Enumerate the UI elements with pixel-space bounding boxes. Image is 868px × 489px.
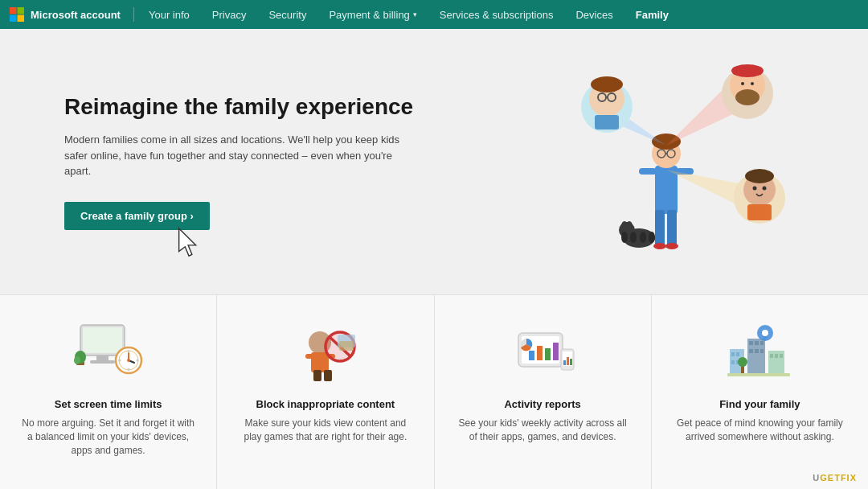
nav-item-family[interactable]: Family [624,0,680,29]
svg-rect-92 [749,341,753,345]
svg-marker-47 [179,228,196,256]
hero-title: Reimagine the family experience [64,93,413,121]
top-navigation: Microsoft account Your info Privacy Secu… [0,0,868,29]
hero-description: Modern families come in all sizes and lo… [64,132,410,179]
find-family-desc: Get peace of mind knowing your family ar… [671,417,849,444]
svg-rect-88 [736,352,739,356]
watermark: UGETFIX [813,473,857,483]
svg-rect-76 [529,351,534,360]
feature-block-content: Block inappropriate content Make sure yo… [217,295,434,489]
activity-reports-illustration [506,318,579,383]
nav-item-your-info[interactable]: Your info [137,0,201,29]
svg-rect-40 [595,115,619,129]
nav-item-services[interactable]: Services & subscriptions [428,0,565,29]
svg-point-59 [127,359,130,362]
block-content-icon-area [289,314,362,387]
svg-rect-65 [311,352,329,372]
svg-rect-49 [83,327,122,353]
svg-point-45 [753,187,757,191]
svg-rect-30 [733,67,762,75]
svg-point-20 [621,232,628,243]
brand-label: Microsoft account [31,9,121,21]
svg-point-32 [741,82,744,85]
svg-rect-11 [639,168,657,175]
svg-rect-6 [667,210,677,246]
svg-point-60 [127,351,129,353]
svg-rect-84 [567,357,569,365]
brand-logo[interactable]: Microsoft account [10,7,134,22]
svg-rect-44 [747,204,772,220]
watermark-prefix: U [813,473,820,483]
svg-rect-68 [313,370,321,381]
svg-point-61 [136,360,138,362]
create-family-group-button[interactable]: Create a family group › [64,202,210,230]
svg-rect-83 [563,360,566,365]
chevron-down-icon: ▾ [413,10,417,18]
block-content-desc: Make sure your kids view content and pla… [236,417,414,444]
nav-items-list: Your info Privacy Security Payment & bil… [137,0,680,29]
activity-reports-title: Activity reports [504,398,580,410]
svg-point-54 [74,356,80,364]
nav-item-payment[interactable]: Payment & billing ▾ [317,0,428,29]
nav-item-devices[interactable]: Devices [564,0,624,29]
screen-time-title: Set screen time limits [55,398,162,410]
find-family-illustration [723,318,796,383]
find-family-icon-area [723,314,796,387]
svg-point-8 [665,243,678,249]
svg-rect-94 [760,341,764,345]
svg-point-31 [735,89,760,105]
svg-rect-5 [655,210,665,246]
hero-content: Reimagine the family experience Modern f… [64,93,413,229]
svg-point-106 [738,357,747,367]
svg-rect-101 [780,354,783,358]
svg-point-62 [127,368,129,371]
nav-item-privacy[interactable]: Privacy [201,0,258,29]
features-section: Set screen time limits No more arguing. … [0,294,868,489]
svg-rect-85 [570,359,572,365]
svg-point-43 [745,169,774,183]
svg-rect-0 [10,7,17,14]
svg-point-36 [591,76,623,92]
svg-rect-89 [731,360,735,364]
svg-point-19 [626,221,633,231]
svg-point-103 [762,330,768,336]
svg-rect-73 [339,341,354,351]
family-illustration [547,49,804,274]
cursor-icon [175,227,204,259]
svg-rect-99 [770,354,773,358]
find-family-title: Find your family [719,398,800,410]
svg-rect-3 [18,15,25,23]
svg-point-63 [118,360,121,362]
screen-time-desc: No more arguing. Set it and forget it wi… [19,417,197,457]
family-svg [547,49,804,274]
svg-rect-100 [775,354,778,358]
svg-rect-78 [545,348,551,360]
svg-rect-95 [749,349,753,353]
svg-rect-2 [10,15,17,23]
svg-rect-96 [755,349,759,353]
svg-rect-77 [537,346,542,360]
svg-point-22 [640,232,646,243]
svg-rect-50 [96,355,108,360]
svg-rect-93 [755,341,759,345]
svg-rect-66 [305,354,313,359]
cursor-pointer [175,227,204,262]
svg-point-33 [751,82,754,85]
nav-item-security[interactable]: Security [257,0,317,29]
svg-rect-97 [760,349,764,353]
activity-reports-icon-area [506,314,579,387]
svg-rect-51 [90,360,115,364]
feature-find-family: Find your family Get peace of mind knowi… [652,295,868,489]
payment-billing-label: Payment & billing ▾ [329,9,416,21]
screen-time-illustration [72,318,145,383]
feature-activity-reports: Activity reports See your kids' weekly a… [435,295,652,489]
block-content-title: Block inappropriate content [256,398,395,410]
watermark-suffix: GETFIX [820,473,857,483]
screen-time-icon-area [72,314,145,387]
feature-screen-time: Set screen time limits No more arguing. … [0,295,217,489]
svg-rect-87 [731,352,735,356]
svg-rect-104 [727,373,790,376]
activity-reports-desc: See your kids' weekly activity across al… [454,417,632,444]
block-content-illustration [289,318,362,383]
svg-point-7 [653,243,666,249]
